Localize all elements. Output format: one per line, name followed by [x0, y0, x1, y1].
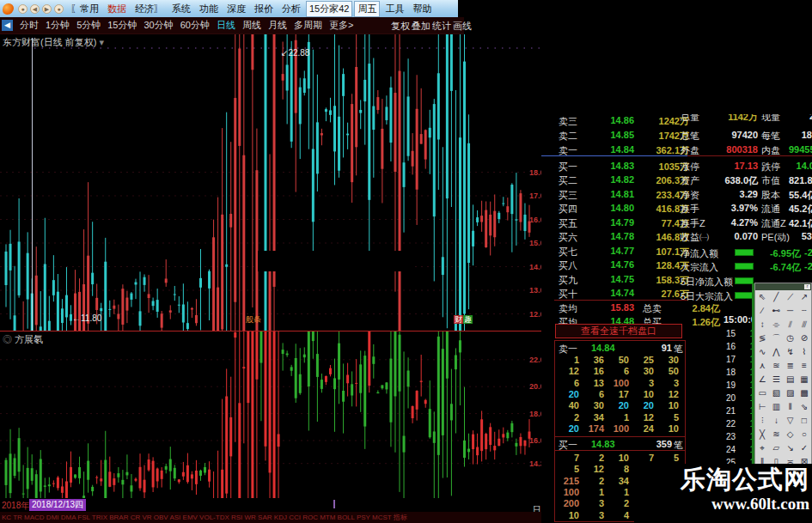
diamond-tool-icon[interactable]: ◇	[784, 428, 797, 441]
target-tool-icon[interactable]: ⌖	[755, 441, 769, 455]
ray-tool-icon[interactable]: ⟋	[784, 290, 797, 304]
arrow-line-tool-icon[interactable]: ↗	[797, 290, 811, 304]
toolbar-画线[interactable]: 画线	[453, 20, 472, 33]
triangle-wave-tool-icon[interactable]: ⋀	[769, 345, 783, 359]
period-5分钟[interactable]: 5分钟	[73, 17, 104, 33]
nav-back-icon[interactable]: ◀	[30, 4, 40, 14]
parallel-line-tool-icon[interactable]: ⌯	[769, 318, 783, 331]
menu-item-报价[interactable]: 报价	[250, 1, 278, 17]
sell-price[interactable]: 14.86	[593, 115, 634, 125]
squiggle-tool-icon[interactable]: ⌇	[797, 345, 811, 359]
period-30分钟[interactable]: 30分钟	[141, 17, 177, 33]
full-depth-button[interactable]: 查看全速千档盘口	[555, 324, 682, 338]
period-15分钟[interactable]: 15分钟	[104, 17, 140, 33]
trend-line-tool-icon[interactable]: ╱	[769, 290, 783, 304]
segment-tool-icon[interactable]: ∕	[755, 304, 769, 318]
menu-item-深度[interactable]: 深度	[223, 1, 250, 17]
buy-price[interactable]: 14.79	[593, 217, 634, 228]
dots-column-tool-icon[interactable]: ⫶	[755, 414, 769, 428]
menu-item-分析[interactable]: 分析	[278, 1, 305, 17]
ellipse-tool-icon[interactable]: ○	[797, 428, 811, 441]
menu-item-功能[interactable]: 功能	[195, 1, 223, 17]
sell-price[interactable]: 14.85	[593, 130, 634, 140]
menu-item-〖常用[interactable]: 〖常用	[66, 1, 103, 17]
approx-tool-icon[interactable]: ≊	[769, 359, 783, 373]
sub-candlestick-chart[interactable]	[0, 331, 543, 498]
buy-price[interactable]: 14.76	[593, 259, 634, 270]
toolbar-统计[interactable]: 统计	[432, 20, 451, 33]
buy-price[interactable]: 14.80	[593, 203, 634, 213]
dashed-line-tool-icon[interactable]: ┄	[797, 304, 811, 318]
buy-price[interactable]: 14.81	[593, 189, 634, 199]
rect-tool-icon[interactable]: ▭	[755, 386, 769, 400]
arc-tool-icon[interactable]: ⌒	[769, 331, 783, 345]
peak-tool-icon[interactable]: ⋏	[755, 359, 769, 373]
h-line-tool-icon[interactable]: ─	[784, 304, 797, 318]
circle-tool-icon[interactable]: ⊘	[797, 331, 811, 345]
menu-item-系统[interactable]: 系统	[168, 1, 195, 17]
period-周线[interactable]: 周线	[239, 17, 265, 33]
pointer-tool-icon[interactable]: ⇖	[755, 290, 769, 304]
cycle-tool-icon[interactable]: ◷	[784, 331, 797, 345]
main-chart-area[interactable]: 东方财富(日线 前复权) ▾ ↙22.88 ←11.80 般条 财趣 18.00…	[0, 34, 543, 331]
menu-item-15分家42[interactable]: 15分家42	[306, 1, 352, 17]
shade-box-tool-icon[interactable]: ▤	[784, 373, 797, 386]
hatch-right-tool-icon[interactable]: ▨	[784, 386, 797, 400]
wave-tool-icon[interactable]: ∿	[755, 345, 769, 359]
v-line-tool-icon[interactable]: ↕	[755, 318, 769, 331]
channel-tool-icon[interactable]: ⫽	[784, 318, 797, 331]
arrow-dr-tool-icon[interactable]: ↘	[784, 441, 797, 455]
buy-price[interactable]: 14.82	[593, 174, 634, 185]
hatch-cross-tool-icon[interactable]: ▩	[797, 386, 811, 400]
toolbar-叠加[interactable]: 叠加	[412, 20, 430, 33]
square-tool-icon[interactable]: □	[797, 414, 811, 428]
buy-price[interactable]: 14.75	[593, 274, 634, 284]
period-60分钟[interactable]: 60分钟	[177, 17, 213, 33]
main-candlestick-chart[interactable]	[0, 34, 543, 331]
buy-price[interactable]: 14.77	[593, 246, 634, 256]
zigzag-tool-icon[interactable]: ≶	[755, 331, 769, 345]
check-tool-icon[interactable]: ✓	[797, 441, 811, 455]
chevron-down-icon[interactable]: ▾	[99, 37, 104, 47]
indicator-shortcut-bar[interactable]: KC TR MACD DMI DMA FSL TRIX BRAR CR VR O…	[0, 512, 543, 523]
gann-grid-tool-icon[interactable]: ☰	[769, 373, 783, 386]
buy-price[interactable]: 14.83	[593, 161, 634, 171]
buy-price[interactable]: 14.74	[593, 288, 634, 298]
menu-item-帮助[interactable]: 帮助	[408, 1, 436, 17]
period-多周期[interactable]: 多周期	[290, 17, 326, 33]
angle-tool-icon[interactable]: ∠	[755, 373, 769, 386]
grid-box-tool-icon[interactable]: ▦	[797, 373, 811, 386]
menu-item-数据[interactable]: 数据	[103, 1, 131, 17]
waves-tool-icon[interactable]: ≋	[769, 428, 783, 441]
fib-lines-tool-icon[interactable]: ≣	[784, 359, 797, 373]
cross-out-tool-icon[interactable]: ╳	[755, 428, 769, 441]
menu-item-工具[interactable]: 工具	[381, 1, 408, 17]
nav-refresh-icon[interactable]: ●	[54, 4, 64, 14]
parallelogram-tool-icon[interactable]: ▱	[769, 441, 783, 455]
period-1分钟[interactable]: 1分钟	[42, 17, 73, 33]
price-line-tool-icon[interactable]: ⊷	[769, 304, 783, 318]
period-日线[interactable]: 日线	[213, 17, 239, 33]
tack-tool-icon[interactable]: ⊢	[755, 400, 769, 414]
pitchfork-tool-icon[interactable]: ⫻	[797, 318, 811, 331]
triangle-tool-icon[interactable]: ▽	[784, 414, 797, 428]
indicator-list[interactable]: KC TR MACD DMI DMA FSL TRIX BRAR CR VR O…	[0, 512, 543, 523]
toolbar-复权[interactable]: 复权	[391, 20, 410, 33]
arrow-se-tool-icon[interactable]: ⇘	[797, 400, 811, 414]
hatch-left-tool-icon[interactable]: ▧	[769, 386, 783, 400]
arrow-down-tool-icon[interactable]: ↓	[769, 414, 783, 428]
nav-home-icon[interactable]: ●	[18, 4, 27, 14]
period-分时[interactable]: 分时	[16, 17, 42, 33]
speed-lines-tool-icon[interactable]: ≡	[797, 359, 811, 373]
buy-price[interactable]: 14.78	[593, 231, 634, 241]
period-更多>[interactable]: 更多>	[326, 17, 357, 33]
sub-chart-area[interactable]: ◎ 方展氡 22.0020.0018.0016.0014.30日线	[0, 331, 543, 498]
bars-tool-icon[interactable]: ⦀	[784, 400, 797, 414]
sell-price[interactable]: 14.84	[593, 144, 634, 155]
stripe-box-tool-icon[interactable]: ▥	[769, 400, 783, 414]
impulse-tool-icon[interactable]: ↯	[784, 345, 797, 359]
period-月线[interactable]: 月线	[265, 17, 290, 33]
back-arrow-icon[interactable]: ◀	[2, 20, 13, 31]
menu-item-经济〗[interactable]: 经济〗	[131, 1, 168, 17]
menu-item-周五[interactable]: 周五	[354, 1, 380, 17]
